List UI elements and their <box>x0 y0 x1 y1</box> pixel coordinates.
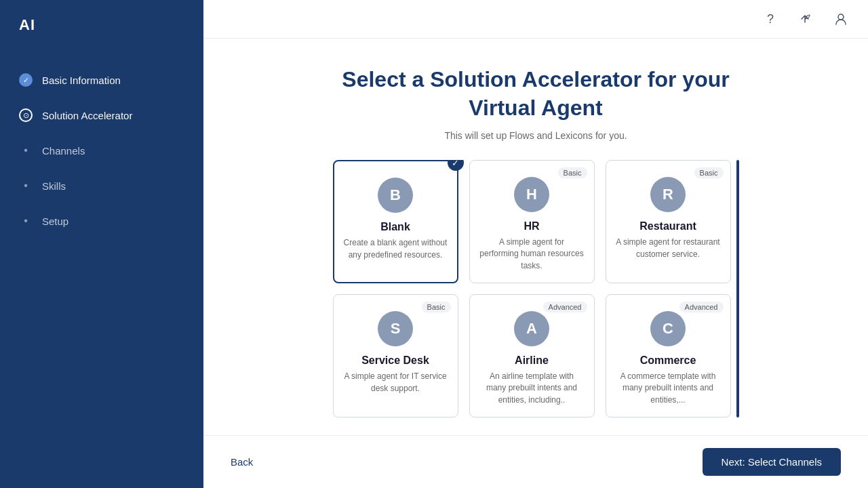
next-button[interactable]: Next: Select Channels <box>703 448 841 476</box>
card-blank[interactable]: ✓ B Blank Create a blank agent without a… <box>333 160 458 283</box>
card-avatar-hr: H <box>514 177 549 212</box>
logo: AI <box>0 0 203 50</box>
card-avatar-commerce: C <box>650 311 686 346</box>
card-badge-airline: Advanced <box>543 302 587 312</box>
card-avatar-service-desk: S <box>378 311 413 346</box>
card-avatar-blank: B <box>378 178 413 213</box>
back-button[interactable]: Back <box>231 451 253 473</box>
setup-indicator <box>19 214 33 228</box>
navigation-icon[interactable] <box>795 8 816 30</box>
page-subtitle: This will set up Flows and Lexicons for … <box>444 130 627 141</box>
page-title: Select a Solution Accelerator for your V… <box>332 66 739 122</box>
card-desc-service-desk: A simple agent for IT service desk suppo… <box>343 371 448 394</box>
card-name-blank: Blank <box>380 221 410 233</box>
sidebar-nav: ✓ Basic Information ⊙ Solution Accelerat… <box>0 50 203 251</box>
channels-indicator <box>19 144 33 157</box>
card-restaurant[interactable]: Basic R Restaurant A simple agent for re… <box>606 160 731 283</box>
card-name-hr: HR <box>524 220 539 232</box>
card-selected-check: ✓ <box>448 160 464 171</box>
basic-information-indicator: ✓ <box>19 73 33 87</box>
card-name-service-desk: Service Desk <box>361 354 429 367</box>
card-name-commerce: Commerce <box>640 354 696 367</box>
cards-grid: ✓ B Blank Create a blank agent without a… <box>333 160 734 418</box>
scroll-accent <box>736 160 739 418</box>
sidebar-item-label: Skills <box>42 180 66 192</box>
topbar: ? <box>203 0 868 39</box>
card-desc-airline: An airline template with many prebuilt i… <box>479 371 585 406</box>
user-icon[interactable] <box>830 8 852 30</box>
sidebar-item-label: Basic Information <box>42 75 121 86</box>
card-service-desk[interactable]: Basic S Service Desk A simple agent for … <box>333 294 458 418</box>
sidebar-item-label: Channels <box>42 145 85 157</box>
sidebar-item-channels[interactable]: Channels <box>0 134 203 167</box>
sidebar-item-solution-accelerator[interactable]: ⊙ Solution Accelerator <box>0 99 203 131</box>
sidebar-item-basic-information[interactable]: ✓ Basic Information <box>0 64 203 96</box>
sidebar-item-label: Solution Accelerator <box>42 110 132 121</box>
card-badge-restaurant: Basic <box>694 167 724 178</box>
svg-point-0 <box>838 14 844 20</box>
card-avatar-restaurant: R <box>650 177 686 212</box>
main-content: ? Select a Solution Accelerator for your… <box>203 0 868 488</box>
card-badge-service-desk: Basic <box>422 302 451 312</box>
card-desc-hr: A simple agent for performing human reso… <box>479 237 585 272</box>
content-area: Select a Solution Accelerator for your V… <box>203 39 868 435</box>
card-commerce[interactable]: Advanced C Commerce A commerce template … <box>606 294 731 418</box>
skills-indicator <box>19 179 33 192</box>
card-avatar-airline: A <box>514 311 549 346</box>
card-badge-commerce: Advanced <box>679 302 724 312</box>
card-hr[interactable]: Basic H HR A simple agent for performing… <box>469 160 595 283</box>
sidebar-item-setup[interactable]: Setup <box>0 205 203 237</box>
solution-accelerator-indicator: ⊙ <box>19 108 33 122</box>
card-desc-blank: Create a blank agent without any predefi… <box>344 237 448 261</box>
card-airline[interactable]: Advanced A Airline An airline template w… <box>469 294 595 418</box>
card-desc-commerce: A commerce template with many prebuilt i… <box>616 371 721 406</box>
card-desc-restaurant: A simple agent for restaurant customer s… <box>616 237 721 260</box>
sidebar-item-label: Setup <box>42 216 68 227</box>
help-icon[interactable]: ? <box>760 8 781 30</box>
card-badge-hr: Basic <box>558 167 587 178</box>
footer: Back Next: Select Channels <box>203 435 868 488</box>
sidebar-item-skills[interactable]: Skills <box>0 169 203 202</box>
card-name-restaurant: Restaurant <box>639 220 696 232</box>
sidebar: AI ✓ Basic Information ⊙ Solution Accele… <box>0 0 203 488</box>
cards-scroll-container: ✓ B Blank Create a blank agent without a… <box>333 160 739 418</box>
card-name-airline: Airline <box>515 354 549 367</box>
